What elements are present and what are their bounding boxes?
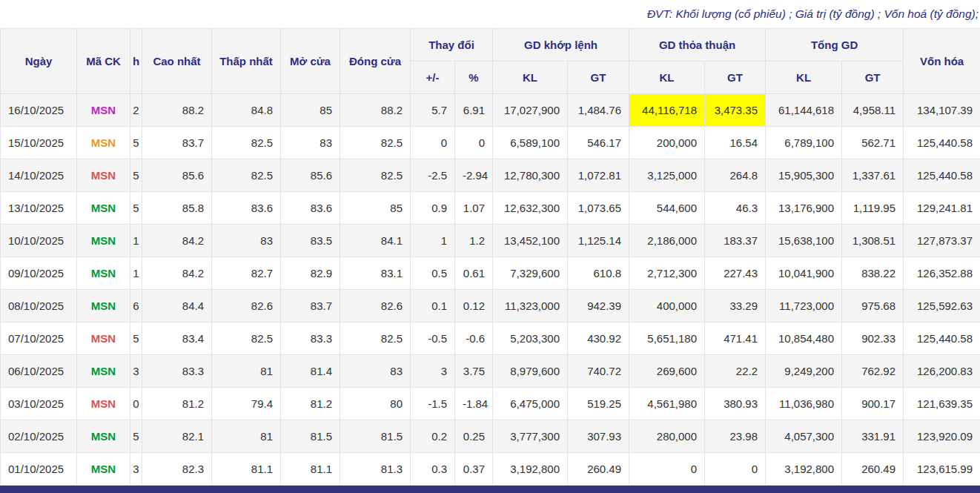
- table-row: 10/10/2025MSN184.28383.584.111.213,452,1…: [1, 225, 980, 257]
- total-volume-cell: 61,144,618: [766, 94, 842, 127]
- ticker-cell: MSN: [77, 192, 130, 225]
- total-volume-cell: 13,176,900: [766, 192, 842, 225]
- open-cell: 82.9: [281, 257, 340, 290]
- putthrough-value-cell: 227.43: [705, 257, 766, 290]
- change-abs-cell: -2.5: [411, 159, 455, 192]
- putthrough-volume-cell: 2,712,300: [629, 257, 705, 290]
- putthrough-volume-cell: 269,600: [629, 355, 705, 388]
- high-cell: 83.3: [142, 355, 212, 388]
- close-cell: 80: [340, 388, 411, 420]
- total-volume-cell: 6,789,100: [766, 127, 842, 159]
- putthrough-volume-cell: 5,651,180: [629, 322, 705, 355]
- matched-value-cell: 740.72: [568, 355, 629, 388]
- change-pct-cell: -1.84: [455, 388, 493, 420]
- change-abs-cell: 0.1: [411, 290, 455, 322]
- marketcap-cell: 123,920.09: [904, 420, 980, 453]
- marketcap-cell: 125,592.63: [904, 290, 980, 322]
- close-cell: 83.1: [340, 257, 411, 290]
- ticker-cell: MSN: [77, 225, 130, 257]
- total-volume-cell: 11,036,980: [766, 388, 842, 420]
- matched-value-cell: 260.49: [568, 453, 629, 486]
- marketcap-cell: 125,440.58: [904, 159, 980, 192]
- change-pct-cell: 3.75: [455, 355, 493, 388]
- marketcap-cell: 134,107.39: [904, 94, 980, 127]
- date-cell: 06/10/2025: [1, 355, 77, 388]
- ticker-cell: MSN: [77, 159, 130, 192]
- putthrough-volume-cell: 400,000: [629, 290, 705, 322]
- open-cell: 85: [281, 94, 340, 127]
- matched-volume-cell: 6,475,000: [493, 388, 568, 420]
- marketcap-cell: 126,352.88: [904, 257, 980, 290]
- extra-cell: 1: [130, 225, 142, 257]
- date-cell: 13/10/2025: [1, 192, 77, 225]
- marketcap-cell: 127,873.37: [904, 225, 980, 257]
- low-cell: 82.5: [212, 322, 281, 355]
- matched-value-cell: 430.92: [568, 322, 629, 355]
- date-cell: 10/10/2025: [1, 225, 77, 257]
- extra-cell: 3: [130, 355, 142, 388]
- extra-cell: 1: [130, 257, 142, 290]
- low-cell: 81.1: [212, 453, 281, 486]
- col-header-date: Ngày: [1, 29, 77, 94]
- change-abs-cell: 0: [411, 127, 455, 159]
- matched-volume-cell: 6,589,100: [493, 127, 568, 159]
- open-cell: 83.5: [281, 225, 340, 257]
- putthrough-value-cell: 183.37: [705, 225, 766, 257]
- col-header-total-value: GT: [842, 62, 904, 94]
- marketcap-cell: 129,241.81: [904, 192, 980, 225]
- total-value-cell: 562.71: [842, 127, 904, 159]
- high-cell: 85.8: [142, 192, 212, 225]
- total-value-cell: 902.33: [842, 322, 904, 355]
- col-header-ticker: Mã CK: [77, 29, 130, 94]
- low-cell: 82.6: [212, 290, 281, 322]
- table-row: 08/10/2025MSN684.482.683.782.60.10.1211,…: [1, 290, 980, 322]
- total-value-cell: 1,308.51: [842, 225, 904, 257]
- col-header-low: Thấp nhất: [212, 29, 281, 94]
- change-pct-cell: 0: [455, 127, 493, 159]
- high-cell: 83.4: [142, 322, 212, 355]
- marketcap-cell: 121,639.35: [904, 388, 980, 420]
- high-cell: 81.2: [142, 388, 212, 420]
- low-cell: 83: [212, 225, 281, 257]
- date-cell: 16/10/2025: [1, 94, 77, 127]
- matched-volume-cell: 12,780,300: [493, 159, 568, 192]
- low-cell: 84.8: [212, 94, 281, 127]
- matched-value-cell: 1,073.65: [568, 192, 629, 225]
- total-value-cell: 1,337.61: [842, 159, 904, 192]
- total-value-cell: 331.91: [842, 420, 904, 453]
- close-cell: 83: [340, 355, 411, 388]
- table-row: 15/10/2025MSN583.782.58382.5006,589,1005…: [1, 127, 980, 159]
- low-cell: 82.5: [212, 159, 281, 192]
- close-cell: 81.3: [340, 453, 411, 486]
- extra-cell: 5: [130, 192, 142, 225]
- putthrough-value-cell: 16.54: [705, 127, 766, 159]
- open-cell: 81.5: [281, 420, 340, 453]
- open-cell: 81.1: [281, 453, 340, 486]
- change-pct-cell: -0.6: [455, 322, 493, 355]
- extra-cell: 6: [130, 290, 142, 322]
- date-cell: 02/10/2025: [1, 420, 77, 453]
- ticker-cell: MSN: [77, 453, 130, 486]
- change-pct-cell: 0.61: [455, 257, 493, 290]
- putthrough-volume-cell: 4,561,980: [629, 388, 705, 420]
- date-cell: 01/10/2025: [1, 453, 77, 486]
- matched-value-cell: 546.17: [568, 127, 629, 159]
- ticker-cell: MSN: [77, 257, 130, 290]
- change-pct-cell: -2.94: [455, 159, 493, 192]
- table-row: 16/10/2025MSN288.284.88588.25.76.9117,02…: [1, 94, 980, 127]
- extra-cell: 5: [130, 159, 142, 192]
- putthrough-value-cell: 23.98: [705, 420, 766, 453]
- change-abs-cell: -0.5: [411, 322, 455, 355]
- change-pct-cell: 1.07: [455, 192, 493, 225]
- total-volume-cell: 10,854,480: [766, 322, 842, 355]
- open-cell: 85.6: [281, 159, 340, 192]
- putthrough-value-cell: 380.93: [705, 388, 766, 420]
- col-group-matched: GD khớp lệnh: [493, 29, 629, 62]
- col-header-total-volume: KL: [766, 62, 842, 94]
- high-cell: 84.2: [142, 225, 212, 257]
- putthrough-volume-cell: 44,116,718: [629, 94, 705, 127]
- open-cell: 83.3: [281, 322, 340, 355]
- table-row: 14/10/2025MSN585.682.585.682.5-2.5-2.941…: [1, 159, 980, 192]
- high-cell: 82.3: [142, 453, 212, 486]
- putthrough-volume-cell: 2,186,000: [629, 225, 705, 257]
